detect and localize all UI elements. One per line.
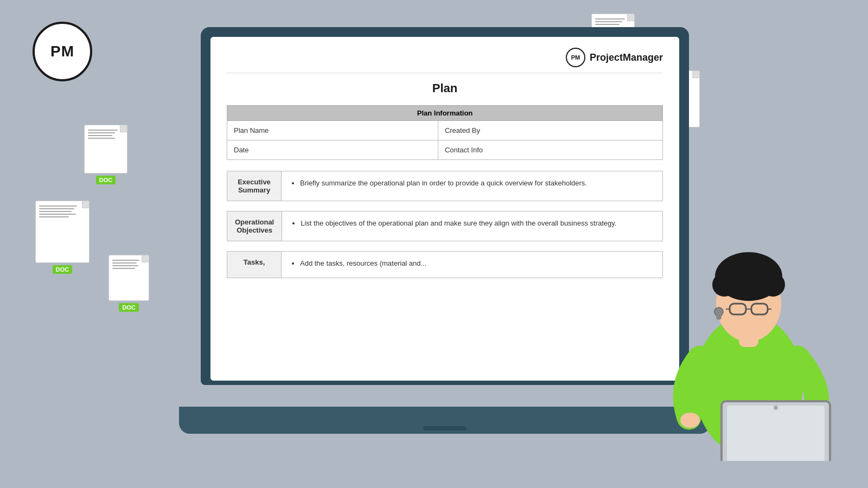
contact-info-label: Contact Info xyxy=(438,140,662,160)
section-label-objectives: Operational Objectives xyxy=(227,211,282,241)
section-bullet: List the objectives of the operational p… xyxy=(301,218,655,229)
section-content-tasks: Add the tasks, resources (material and..… xyxy=(282,252,663,278)
section-row: Executive Summary Briefly summarize the … xyxy=(227,171,663,201)
doc-line xyxy=(88,138,115,139)
operational-objectives-section: Operational Objectives List the objectiv… xyxy=(227,211,663,241)
svg-point-20 xyxy=(774,406,778,410)
section-label-executive: Executive Summary xyxy=(227,171,282,201)
section-content-executive: Briefly summarize the operational plan i… xyxy=(282,171,663,201)
executive-summary-section: Executive Summary Briefly summarize the … xyxy=(227,171,663,201)
floating-doc-2: DOC xyxy=(35,201,90,274)
plan-info-header-row: Plan Information xyxy=(227,106,663,121)
document-content: PM ProjectManager Plan Plan Information … xyxy=(210,37,679,381)
doc-badge: DOC xyxy=(53,265,72,274)
document-title: Plan xyxy=(227,81,663,95)
doc-line xyxy=(39,211,72,212)
date-label: Date xyxy=(227,140,438,160)
plan-name-label: Plan Name xyxy=(227,121,438,140)
section-label-tasks: Tasks, xyxy=(227,252,282,278)
svg-point-15 xyxy=(716,314,722,320)
pm-logo: PM xyxy=(33,22,92,81)
brand-name: ProjectManager xyxy=(590,52,663,63)
plan-info-header: Plan Information xyxy=(227,106,663,121)
section-row: Tasks, Add the tasks, resources (materia… xyxy=(227,252,663,278)
doc-brand-logo: PM xyxy=(566,48,585,67)
plan-info-row-1: Plan Name Created By xyxy=(227,121,663,140)
doc-badge: DOC xyxy=(96,176,116,184)
svg-point-16 xyxy=(680,413,700,428)
svg-point-8 xyxy=(737,258,761,282)
created-by-label: Created By xyxy=(438,121,662,140)
floating-doc-1: DOC xyxy=(84,125,127,184)
plan-info-table: Plan Information Plan Name Created By Da… xyxy=(227,105,663,160)
doc-line xyxy=(39,208,74,209)
doc-line xyxy=(88,132,115,133)
doc-line xyxy=(39,206,77,207)
doc-header: PM ProjectManager xyxy=(227,48,663,73)
doc-paper xyxy=(35,201,90,263)
doc-paper xyxy=(84,125,127,174)
doc-line xyxy=(595,24,620,25)
doc-line xyxy=(39,214,76,215)
doc-line xyxy=(88,135,112,136)
section-bullet: Briefly summarize the operational plan i… xyxy=(300,178,655,189)
section-bullet: Add the tasks, resources (material and..… xyxy=(300,258,655,269)
section-content-objectives: List the objectives of the operational p… xyxy=(282,211,663,241)
laptop-screen-outer: PM ProjectManager Plan Plan Information … xyxy=(201,27,689,385)
svg-rect-19 xyxy=(727,406,825,461)
tasks-section: Tasks, Add the tasks, resources (materia… xyxy=(227,251,663,278)
section-row: Operational Objectives List the objectiv… xyxy=(227,211,663,241)
laptop-screen-inner: PM ProjectManager Plan Plan Information … xyxy=(210,37,679,381)
laptop-base xyxy=(179,407,711,434)
doc-line xyxy=(595,21,622,22)
doc-line xyxy=(88,130,118,131)
plan-info-row-2: Date Contact Info xyxy=(227,140,663,160)
doc-line xyxy=(595,18,625,20)
person-illustration xyxy=(646,190,852,461)
doc-line xyxy=(39,216,69,217)
doc-brand: PM ProjectManager xyxy=(566,48,663,67)
